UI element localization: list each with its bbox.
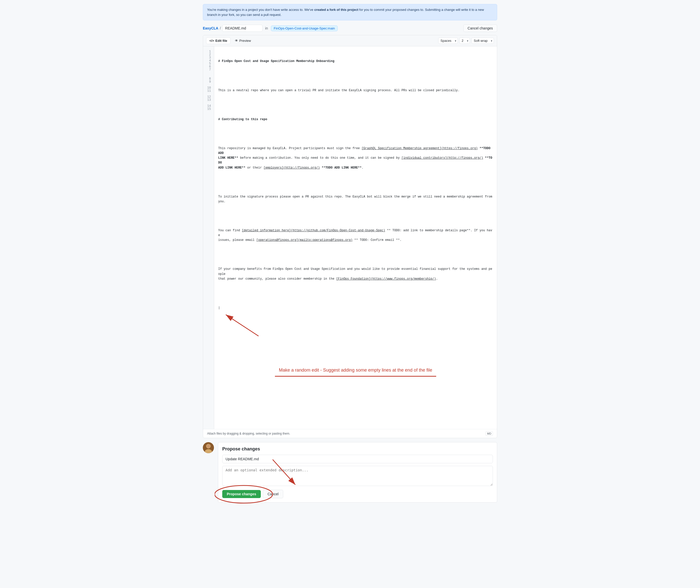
md-badge: MD bbox=[486, 431, 493, 436]
propose-title: Propose changes bbox=[222, 446, 493, 452]
code-line-3: This is a neutral repo where you can ope… bbox=[218, 88, 493, 93]
editor-tabs: </> Edit file 👁 Preview Spaces Tabs bbox=[203, 35, 497, 46]
avatar-image bbox=[203, 442, 214, 453]
eye-icon: 👁 bbox=[235, 39, 238, 43]
breadcrumb-bar: EasyCLA / in FinOps-Open-Cost-and-Usage-… bbox=[203, 24, 497, 32]
propose-actions: Propose changes Cancel bbox=[222, 490, 493, 498]
in-label: in bbox=[265, 26, 268, 30]
info-banner: You're making changes in a project you d… bbox=[203, 4, 497, 20]
code-line-4 bbox=[218, 103, 493, 107]
tabs-left: </> Edit file 👁 Preview bbox=[206, 37, 254, 44]
banner-text-start: You're making changes in a project you d… bbox=[207, 8, 314, 12]
description-textarea[interactable] bbox=[222, 466, 493, 486]
spaces-select[interactable]: Spaces Tabs bbox=[438, 38, 458, 44]
commit-message-input[interactable] bbox=[222, 455, 493, 463]
code-line-2 bbox=[218, 74, 493, 78]
spaces-select-wrapper: Spaces Tabs bbox=[438, 38, 458, 44]
annotation-underline bbox=[275, 376, 436, 377]
softwrap-select[interactable]: Soft wrap No wrap bbox=[471, 38, 494, 44]
code-line-5: # Contributing to this repo bbox=[218, 117, 493, 122]
softwrap-select-wrapper: Soft wrap No wrap bbox=[471, 38, 494, 44]
indent-select-wrapper: 2 4 bbox=[459, 38, 470, 44]
line-numbers: 1 2 3 4 5 6 7 8 9 10 11 12 13 14 15 bbox=[203, 46, 214, 429]
tab-edit-file[interactable]: </> Edit file bbox=[206, 37, 231, 44]
breadcrumb-left: EasyCLA / in FinOps-Open-Cost-and-Usage-… bbox=[203, 25, 338, 32]
propose-section: Propose changes Propose bbox=[203, 442, 497, 503]
editor-container: </> Edit file 👁 Preview Spaces Tabs bbox=[203, 35, 497, 438]
tabs-right: Spaces Tabs 2 4 Soft wrap No wrap bbox=[438, 38, 494, 44]
code-editor[interactable]: # FinOps Open Cost and Usage Specificati… bbox=[214, 46, 497, 429]
annotation-text: Make a random edit - Suggest adding some… bbox=[279, 367, 432, 374]
annotation-arrow bbox=[221, 312, 261, 337]
avatar bbox=[203, 442, 214, 453]
banner-bold: created a fork of this project bbox=[314, 8, 358, 12]
repo-link[interactable]: EasyCLA bbox=[203, 26, 218, 30]
propose-cancel-button[interactable]: Cancel bbox=[263, 490, 283, 498]
code-line-13: If your company benefits from FinOps Ope… bbox=[218, 267, 493, 281]
tab-preview-label: Preview bbox=[239, 39, 251, 43]
indent-select[interactable]: 2 4 bbox=[459, 38, 470, 44]
code-line-15: | bbox=[218, 306, 493, 310]
branch-badge[interactable]: FinOps-Open-Cost-and-Usage-Spec:main bbox=[271, 25, 338, 31]
breadcrumb-sep: / bbox=[220, 26, 221, 30]
code-line-10 bbox=[218, 214, 493, 218]
code-line-14 bbox=[218, 291, 493, 296]
code-line-6 bbox=[218, 132, 493, 136]
code-line-1: # FinOps Open Cost and Usage Specificati… bbox=[218, 59, 493, 64]
tab-edit-label: Edit file bbox=[215, 39, 227, 43]
code-line-12 bbox=[218, 252, 493, 257]
cancel-changes-button[interactable]: Cancel changes bbox=[463, 24, 497, 32]
svg-point-5 bbox=[207, 444, 210, 448]
attach-bar: Attach files by dragging & dropping, sel… bbox=[203, 429, 497, 438]
editor-body: 1 2 3 4 5 6 7 8 9 10 11 12 13 14 15 bbox=[203, 46, 497, 429]
code-line-7: This repository is managed by EasyCLA. P… bbox=[218, 146, 493, 170]
code-line-8 bbox=[218, 180, 493, 185]
svg-line-1 bbox=[226, 315, 259, 336]
propose-form: Propose changes Propose bbox=[218, 442, 497, 503]
annotation-area: Make a random edit - Suggest adding some… bbox=[218, 359, 493, 397]
attach-label: Attach files by dragging & dropping, sel… bbox=[207, 432, 290, 435]
code-icon: </> bbox=[209, 39, 214, 43]
tab-preview[interactable]: 👁 Preview bbox=[232, 37, 254, 44]
propose-changes-button[interactable]: Propose changes bbox=[222, 490, 261, 498]
filename-input[interactable] bbox=[222, 25, 263, 32]
code-line-11: You can find [detailed information here]… bbox=[218, 228, 493, 243]
code-line-9: To initiate the signature process please… bbox=[218, 194, 493, 204]
